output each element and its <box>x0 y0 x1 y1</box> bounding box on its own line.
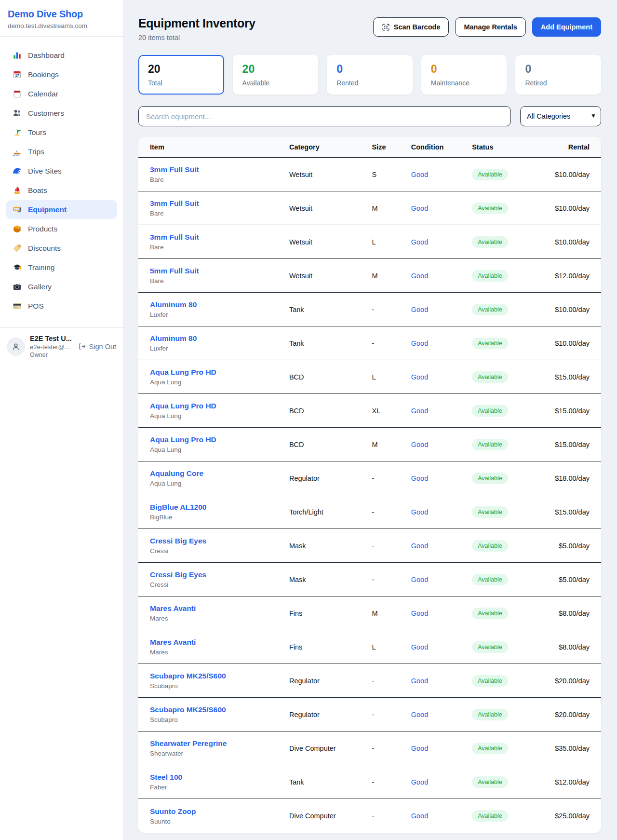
item-rental-rate: $8.00/day <box>542 604 590 623</box>
item-name-link[interactable]: Scubapro MK25/S600 <box>150 672 226 680</box>
item-name-link[interactable]: Aluminum 80 <box>150 300 197 309</box>
filter-bar: All Categories ▼ <box>138 106 601 126</box>
item-name-link[interactable]: BigBlue AL1200 <box>150 503 206 511</box>
item-condition-link[interactable]: Good <box>411 204 428 212</box>
item-name-link[interactable]: 3mm Full Suit <box>150 199 199 207</box>
item-category: Regulator <box>289 469 372 488</box>
sidebar-item-dive-sites[interactable]: Dive Sites <box>6 162 117 180</box>
sidebar-item-customers[interactable]: Customers <box>6 104 117 122</box>
sidebar-item-boats[interactable]: Boats <box>6 181 117 200</box>
add-equipment-button[interactable]: Add Equipment <box>532 17 601 37</box>
sign-out-icon <box>78 342 86 351</box>
item-name-link[interactable]: Aluminum 80 <box>150 334 197 342</box>
sidebar-item-label: Discounts <box>28 244 61 253</box>
stat-card-rented[interactable]: 0 Rented <box>327 55 413 95</box>
sidebar-item-dashboard[interactable]: Dashboard <box>6 46 117 65</box>
item-name-link[interactable]: 3mm Full Suit <box>150 233 199 241</box>
brand-name[interactable]: Demo Dive Shop <box>8 9 115 20</box>
item-name-link[interactable]: Aqua Lung Pro HD <box>150 435 216 444</box>
table-row: Cressi Big Eyes Cressi Mask - Good Avail… <box>138 563 601 596</box>
item-size: - <box>372 469 411 488</box>
item-name-link[interactable]: Aqualung Core <box>150 469 203 477</box>
sidebar-item-label: Dive Sites <box>28 167 62 176</box>
item-brand: Bare <box>150 176 289 183</box>
item-condition-link[interactable]: Good <box>411 812 428 820</box>
item-name-link[interactable]: 3mm Full Suit <box>150 165 199 174</box>
status-badge: Available <box>472 439 508 450</box>
table-row: Aluminum 80 Luxfer Tank - Good Available… <box>138 293 601 326</box>
item-brand: Mares <box>150 649 289 656</box>
item-condition-link[interactable]: Good <box>411 339 428 347</box>
sidebar-item-gallery[interactable]: Gallery <box>6 277 117 296</box>
item-condition-link[interactable]: Good <box>411 677 428 685</box>
item-condition-link[interactable]: Good <box>411 542 428 550</box>
item-condition-link[interactable]: Good <box>411 778 428 786</box>
table-row: Scubapro MK25/S600 Scubapro Regulator - … <box>138 698 601 732</box>
user-email: e2e-tester@... <box>30 343 73 351</box>
table-row: Cressi Big Eyes Cressi Mask - Good Avail… <box>138 529 601 563</box>
item-name-link[interactable]: Cressi Big Eyes <box>150 537 206 545</box>
item-rental-rate: $12.00/day <box>542 266 590 285</box>
status-badge: Available <box>472 169 508 180</box>
item-condition-link[interactable]: Good <box>411 306 428 313</box>
stat-label: Rented <box>336 79 403 87</box>
category-select[interactable]: All Categories <box>520 106 601 126</box>
item-condition-link[interactable]: Good <box>411 711 428 718</box>
item-name-link[interactable]: 5mm Full Suit <box>150 267 199 275</box>
item-size: M <box>372 604 411 623</box>
item-condition-link[interactable]: Good <box>411 474 428 482</box>
stat-label: Total <box>148 79 215 87</box>
status-badge: Available <box>472 203 508 214</box>
sidebar-item-calendar[interactable]: Calendar <box>6 84 117 103</box>
sidebar-item-bookings[interactable]: 17 Bookings <box>6 65 117 84</box>
item-name-link[interactable]: Mares Avanti <box>150 638 196 646</box>
item-size: S <box>372 165 411 184</box>
sidebar-item-pos[interactable]: POS <box>6 297 117 315</box>
item-condition-link[interactable]: Good <box>411 508 428 516</box>
scan-barcode-button[interactable]: Scan Barcode <box>373 17 449 37</box>
item-name-link[interactable]: Aqua Lung Pro HD <box>150 402 216 410</box>
status-badge: Available <box>472 540 508 552</box>
table-row: Mares Avanti Mares Fins L Good Available… <box>138 630 601 664</box>
stat-label: Available <box>242 79 309 87</box>
item-name-link[interactable]: Mares Avanti <box>150 604 196 612</box>
item-condition-link[interactable]: Good <box>411 643 428 651</box>
sidebar-item-label: Training <box>28 263 54 272</box>
item-name-link[interactable]: Shearwater Peregrine <box>150 739 227 747</box>
sidebar-item-equipment[interactable]: Equipment <box>6 200 117 219</box>
manage-rentals-button[interactable]: Manage Rentals <box>455 17 525 37</box>
sidebar-item-trips[interactable]: Trips <box>6 142 117 161</box>
item-name-link[interactable]: Suunto Zoop <box>150 807 196 815</box>
table-header-row: Item Category Size Condition Status Rent… <box>138 137 601 158</box>
item-name-link[interactable]: Steel 100 <box>150 773 182 781</box>
item-brand: Luxfer <box>150 311 289 318</box>
user-name: E2E Test U... <box>30 335 73 342</box>
search-input[interactable] <box>138 106 511 126</box>
wave-icon <box>13 166 22 176</box>
sidebar-item-discounts[interactable]: Discounts <box>6 239 117 257</box>
sidebar-item-tours[interactable]: Tours <box>6 123 117 142</box>
item-condition-link[interactable]: Good <box>411 576 428 583</box>
item-condition-link[interactable]: Good <box>411 610 428 617</box>
sidebar-item-label: Products <box>28 225 57 233</box>
sidebar-item-training[interactable]: Training <box>6 258 117 277</box>
item-condition-link[interactable]: Good <box>411 272 428 280</box>
item-condition-link[interactable]: Good <box>411 407 428 415</box>
stat-card-maintenance[interactable]: 0 Maintenance <box>421 55 507 95</box>
item-name-link[interactable]: Cressi Big Eyes <box>150 570 206 579</box>
item-name-link[interactable]: Aqua Lung Pro HD <box>150 368 216 376</box>
item-name-link[interactable]: Scubapro MK25/S600 <box>150 705 226 714</box>
item-condition-link[interactable]: Good <box>411 745 428 752</box>
sign-out-button[interactable]: Sign Out <box>78 342 116 351</box>
item-condition-link[interactable]: Good <box>411 373 428 381</box>
item-condition-link[interactable]: Good <box>411 238 428 246</box>
sidebar-item-products[interactable]: Products <box>6 219 117 238</box>
item-condition-link[interactable]: Good <box>411 171 428 178</box>
item-category: Mask <box>289 570 372 589</box>
sidebar-item-label: Calendar <box>28 90 58 98</box>
status-badge: Available <box>472 473 508 484</box>
stat-card-available[interactable]: 20 Available <box>233 55 319 95</box>
item-condition-link[interactable]: Good <box>411 441 428 448</box>
stat-card-total[interactable]: 20 Total <box>138 55 224 95</box>
stat-card-retired[interactable]: 0 Retired <box>515 55 601 95</box>
